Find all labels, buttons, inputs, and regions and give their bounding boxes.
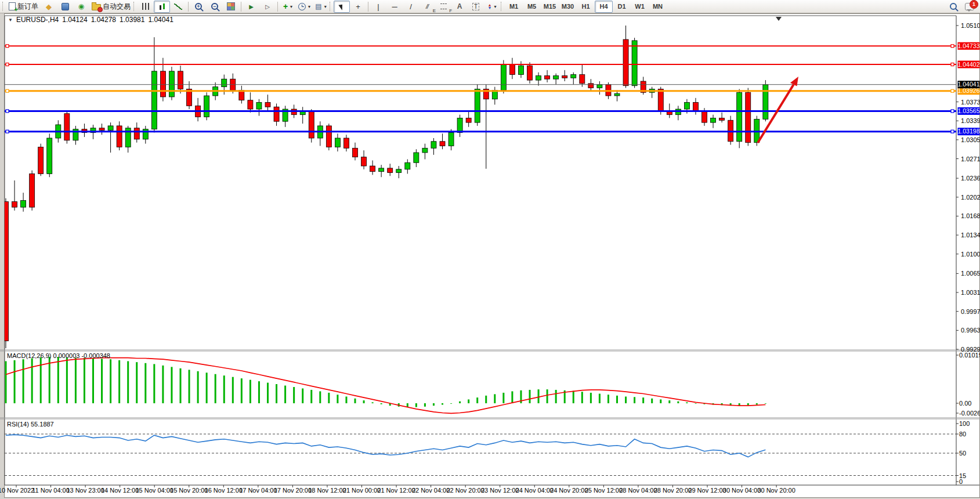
market-watch-button[interactable]: ◆	[41, 1, 57, 13]
line-handle[interactable]	[951, 45, 954, 48]
candle	[117, 126, 122, 147]
horizontal-line-icon: ─	[392, 2, 397, 11]
macd-histogram-bar	[302, 388, 303, 403]
timeframe-h1-button[interactable]: H1	[577, 1, 595, 13]
macd-histogram-bar	[215, 374, 216, 403]
macd-histogram-bar	[75, 358, 77, 403]
macd-histogram-bar	[695, 403, 696, 404]
timeframe-m5-button[interactable]: M5	[523, 1, 541, 13]
line-handle[interactable]	[951, 63, 954, 66]
clock-icon	[298, 3, 306, 10]
vertical-line-button[interactable]: |	[370, 1, 386, 13]
line-chart-button[interactable]	[170, 1, 186, 13]
horizontal-line-button[interactable]: ─	[386, 1, 403, 13]
toolbar-grip[interactable]	[501, 2, 503, 11]
candle	[326, 126, 331, 147]
search-icon[interactable]	[950, 3, 957, 10]
macd-histogram-bar	[258, 381, 260, 403]
cursor-button[interactable]	[334, 1, 350, 13]
candle	[405, 162, 410, 169]
time-tick-label: 25 Nov 12:00	[585, 487, 623, 494]
autotrading-button[interactable]: 自动交易	[89, 1, 133, 13]
time-tick-label: 11 Nov 04:00	[32, 487, 70, 494]
line-handle[interactable]	[6, 89, 9, 92]
macd-histogram-bar	[101, 359, 103, 403]
indicators-button[interactable]: + ▾	[280, 1, 296, 13]
periods-button[interactable]: ▾	[296, 1, 313, 13]
line-handle[interactable]	[951, 89, 954, 92]
macd-histogram-bar	[223, 375, 225, 403]
macd-histogram-bar	[607, 395, 609, 403]
candle	[361, 157, 367, 166]
candle	[580, 75, 585, 84]
navigator-button[interactable]	[57, 1, 73, 13]
cursor-icon	[338, 3, 345, 10]
trendline-button[interactable]: /	[403, 1, 419, 13]
candle	[396, 169, 402, 173]
rsi-value: 55.1887	[31, 421, 54, 428]
candle	[178, 71, 183, 89]
line-handle[interactable]	[951, 110, 954, 113]
chat-icon[interactable]: 1	[965, 3, 974, 10]
candle	[658, 89, 663, 111]
timeframe-m30-button[interactable]: M30	[559, 1, 577, 13]
toolbar-grip[interactable]	[2, 2, 5, 11]
line-handle[interactable]	[6, 130, 9, 133]
macd-axis-label: 0.010191	[959, 352, 980, 359]
symbol-dropdown-icon[interactable]: ▼	[8, 17, 13, 23]
auto-scroll-button[interactable]: ▶	[243, 1, 259, 13]
timeframe-w1-button[interactable]: W1	[631, 1, 649, 13]
timeframe-m15-button[interactable]: M15	[541, 1, 559, 13]
signals-button[interactable]: ◉	[73, 1, 89, 13]
candlestick-chart-button[interactable]	[154, 1, 170, 13]
fibonacci-button[interactable]: F	[435, 1, 451, 13]
tile-windows-button[interactable]	[223, 1, 239, 13]
candle	[134, 128, 139, 139]
toolbar-grip[interactable]	[133, 2, 136, 11]
arrows-button[interactable]: ▲ ▼ ▾	[484, 1, 500, 13]
chart-canvas[interactable]: 1.047331.044021.039261.035651.031981.040…	[0, 0, 980, 499]
text-label-button[interactable]: T	[468, 1, 484, 13]
timeframe-m1-button[interactable]: M1	[505, 1, 523, 13]
crosshair-button[interactable]: +	[350, 1, 366, 13]
macd-histogram-bar	[249, 380, 251, 403]
macd-histogram-bar	[293, 387, 295, 403]
macd-histogram-bar	[92, 359, 94, 403]
price-tick-label: 1.03050	[961, 136, 980, 143]
chart-title[interactable]: ▼ EURUSD-,H4 1.04124 1.04278 1.03981 1.0…	[8, 16, 173, 24]
timeframe-d1-button[interactable]: D1	[613, 1, 631, 13]
time-tick-label: 24 Nov 04:00	[516, 487, 554, 494]
text-label-icon: T	[472, 3, 479, 10]
timeframe-h4-button[interactable]: H4	[595, 1, 613, 13]
bar-chart-button[interactable]	[138, 1, 154, 13]
zoom-out-button[interactable]: −	[207, 1, 223, 13]
candle	[475, 89, 480, 122]
candle	[457, 118, 462, 132]
chart-shift-button[interactable]: ▷	[259, 1, 276, 13]
line-handle[interactable]	[951, 130, 954, 133]
candle	[21, 201, 26, 208]
macd-histogram-bar	[529, 390, 531, 403]
zoom-in-button[interactable]: +	[190, 1, 207, 13]
line-handle[interactable]	[6, 45, 9, 48]
equidistant-channel-button[interactable]: // E	[419, 1, 435, 13]
text-button[interactable]: A	[451, 1, 468, 13]
new-order-button[interactable]: + 新订单	[6, 1, 41, 13]
macd-histogram-bar	[84, 358, 85, 403]
time-tick-label: 14 Nov 12:00	[101, 487, 139, 494]
candle	[632, 41, 637, 86]
line-handle[interactable]	[6, 63, 9, 66]
time-tick-label: 30 Nov 20:00	[757, 487, 795, 494]
red-dot-icon	[97, 7, 103, 12]
zoom-in-icon: +	[195, 3, 202, 10]
toolbar-grip[interactable]	[330, 2, 332, 11]
templates-button[interactable]: ▤ ▾	[313, 1, 329, 13]
candle	[99, 128, 104, 131]
timeframe-mn-button[interactable]: MN	[649, 1, 667, 13]
macd-histogram-bar	[197, 371, 199, 403]
macd-histogram-bar	[494, 394, 496, 403]
candle	[38, 147, 44, 173]
line-handle[interactable]	[6, 110, 9, 113]
macd-histogram-bar	[171, 367, 172, 403]
macd-histogram-bar	[485, 396, 487, 403]
